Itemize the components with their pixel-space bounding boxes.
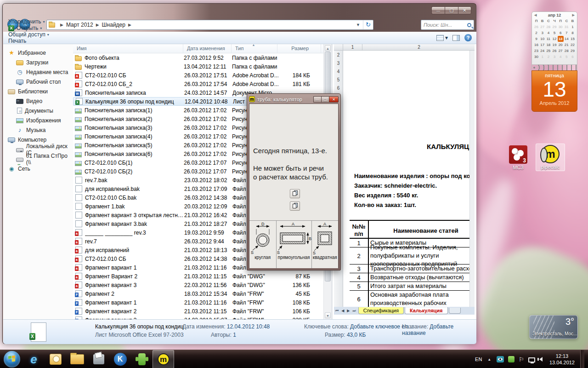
calendar-day[interactable]: 23 — [533, 48, 539, 54]
file-row[interactable]: Чертежи13.04.2012 12:11Папка с файлами — [73, 62, 323, 71]
desktop-icon-msz[interactable]: МСЗ — [503, 145, 533, 170]
calendar-day[interactable]: 25 — [545, 48, 551, 54]
calculator-title-bar[interactable]: m труба: калькулятор — ▢ ✕ — [249, 95, 339, 103]
sidebar-item-recent[interactable]: Недавние места — [3, 67, 73, 77]
calendar-day[interactable]: 26 — [551, 48, 557, 54]
refresh-icon[interactable]: ↻ — [363, 20, 373, 29]
breadcrumb-segment[interactable]: Шнайдер — [102, 22, 125, 28]
calendar-day[interactable]: 3 — [539, 30, 545, 36]
calendar-day[interactable]: 6 — [558, 30, 564, 36]
calendar-day[interactable]: 14 — [564, 36, 570, 42]
calendar-day[interactable]: 2 — [533, 30, 539, 36]
speaker-icon[interactable] — [539, 357, 543, 362]
calendar-day[interactable]: 21 — [564, 42, 570, 48]
preview-pane-icon[interactable] — [452, 35, 460, 41]
copy-text-button[interactable] — [290, 189, 300, 198]
network-icon[interactable] — [528, 357, 535, 362]
taskbar-kompas-button[interactable]: K — [109, 350, 131, 368]
language-indicator[interactable]: EN — [475, 356, 482, 362]
file-row[interactable]: FФрагмент вариант 221.03.2012 11:15Файл … — [73, 307, 323, 316]
views-dropdown-icon[interactable]: ▾ — [445, 34, 448, 41]
pipe-type-rectangular[interactable]: A B S прямоугольная — [277, 221, 312, 268]
calendar-day[interactable]: 9 — [533, 36, 539, 42]
address-bar[interactable]: ▶ Март 2012 ▶ Шнайдер ▶ ▼ ↻ — [46, 20, 373, 30]
start-button[interactable] — [4, 351, 20, 368]
details-authors-value[interactable]: 1 — [233, 332, 236, 338]
open-button[interactable]: XОткрыть▾ — [3, 25, 62, 31]
desktop-icon-pipecalc[interactable]: pipecalc — [536, 144, 565, 171]
tray-expand-icon[interactable]: ▲ — [487, 357, 491, 362]
calendar-day[interactable]: 26 — [533, 24, 539, 30]
calendar-day[interactable]: 24 — [539, 48, 545, 54]
calendar-day[interactable]: 29 — [551, 24, 557, 30]
print-button[interactable]: Печать — [3, 38, 62, 44]
sheet-nav-next-icon[interactable]: ▶ — [345, 309, 351, 313]
calc-close-button[interactable]: ✕ — [329, 96, 339, 103]
calendar-day[interactable]: 3 — [551, 54, 557, 60]
calendar-day[interactable]: 17 — [539, 42, 545, 48]
views-icon[interactable] — [436, 35, 444, 41]
calendar-day[interactable]: 28 — [564, 48, 570, 54]
taskbar-outlook-button[interactable] — [45, 350, 66, 368]
calendar-day[interactable]: 22 — [570, 42, 576, 48]
calendar-day[interactable]: 29 — [570, 48, 576, 54]
calendar-day[interactable]: 12 — [551, 36, 557, 42]
pipe-type-round[interactable]: D S круглая — [249, 221, 277, 268]
file-row[interactable]: FФрагмент вариант 121.03.2012 11:16Файл … — [73, 298, 323, 307]
calendar-day[interactable]: 30 — [558, 24, 564, 30]
share-button[interactable]: Общий доступ▾ — [3, 31, 62, 38]
sheet-nav-first-icon[interactable]: ⏮ — [334, 309, 340, 313]
calendar-day[interactable]: 1 — [539, 54, 545, 60]
file-row[interactable]: FФрагмент вариант 324.03.2012 15:07Файл … — [73, 316, 323, 319]
column-header-type[interactable]: ▲Тип — [232, 44, 277, 53]
organize-button[interactable]: Упорядочить▾ — [3, 18, 62, 25]
sidebar-item-netdrive[interactable]: 01 Папка СтПро (\\ — [3, 154, 73, 164]
excel-scrollbar[interactable] — [469, 51, 475, 307]
sheet-tab-calculation[interactable]: Калькуляция — [405, 307, 448, 314]
sidebar-item-image[interactable]: Изображения — [3, 115, 73, 125]
calendar-day[interactable]: 27 — [539, 24, 545, 30]
scroll-up-icon[interactable]: ▲ — [325, 45, 331, 51]
calendar-day[interactable]: 15 — [570, 36, 576, 42]
calendar-day[interactable]: 1 — [570, 24, 576, 30]
sidebar-item-document[interactable]: Документы — [3, 106, 73, 115]
calendar-day[interactable]: 16 — [533, 42, 539, 48]
calendar-day[interactable]: 5 — [564, 54, 570, 60]
calendar-day[interactable]: 2 — [545, 54, 551, 60]
sheet-nav-last-icon[interactable]: ⏭ — [351, 309, 357, 313]
file-row[interactable]: aФрагмент Вариант 221.03.2012 11:15Файл … — [73, 272, 323, 281]
pipe-type-square[interactable]: A S квадратная — [312, 221, 339, 268]
calendar-day[interactable]: 7 — [564, 30, 570, 36]
sidebar-item-desktop[interactable]: Рабочий стол — [3, 77, 73, 86]
file-row[interactable]: FФрагмент 218.03.2012 15:34Файл "FRW"45 … — [73, 289, 323, 298]
sidebar-item-star[interactable]: Избранное — [3, 48, 73, 58]
search-icon[interactable] — [467, 23, 471, 27]
calendar-gadget[interactable]: ◀ апр 12 ▶ ПВСЧПСВ2627282930311234567891… — [531, 12, 577, 112]
insert-sheet-tab[interactable] — [449, 308, 461, 314]
column-header-date[interactable]: Дата изменения — [183, 44, 232, 53]
calendar-day[interactable]: 11 — [545, 36, 551, 42]
calendar-day[interactable]: 27 — [558, 48, 564, 54]
green-tray-icon[interactable] — [508, 356, 514, 362]
calc-maximize-button[interactable]: ▢ — [321, 96, 329, 103]
taskbar-pipecalc-button[interactable]: m — [153, 350, 174, 368]
address-history-dropdown-icon[interactable]: ▼ — [353, 23, 363, 27]
maximize-button[interactable] — [445, 6, 458, 14]
calendar-day[interactable]: 4 — [545, 30, 551, 36]
sidebar-item-music[interactable]: Музыка — [3, 125, 73, 135]
sidebar-item-video[interactable]: Видео — [3, 96, 73, 106]
column-header-size[interactable]: Размер — [277, 44, 321, 53]
calendar-day[interactable]: 19 — [551, 42, 557, 48]
calendar-day[interactable]: 4 — [558, 54, 564, 60]
weather-gadget[interactable]: 3° Электросталь, Мос... — [529, 315, 578, 339]
calendar-day[interactable]: 6 — [570, 54, 576, 60]
calendar-day[interactable]: 20 — [558, 42, 564, 48]
taskbar-fax-button[interactable] — [88, 350, 109, 368]
clock[interactable]: 12:1313.04.2012 — [549, 353, 575, 366]
sidebar-item-library[interactable]: Библиотеки — [3, 86, 73, 96]
search-input[interactable]: Поиск: Шн... — [421, 20, 474, 30]
copy-result-button[interactable] — [290, 201, 300, 211]
calc-minimize-button[interactable]: — — [313, 96, 321, 103]
help-icon[interactable]: ? — [464, 34, 472, 41]
calendar-day[interactable]: 5 — [551, 30, 557, 36]
